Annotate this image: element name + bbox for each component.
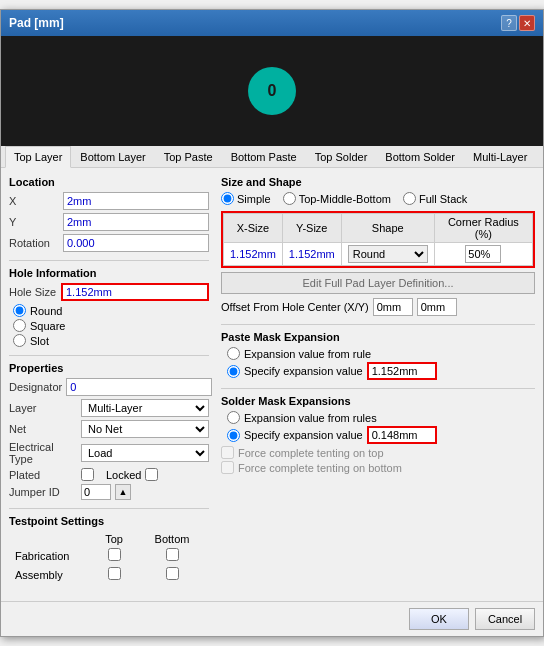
tenting-bottom-label: Force complete tenting on bottom [238,462,402,474]
tab-top-solder[interactable]: Top Solder [306,146,377,167]
simple-radio[interactable] [221,192,234,205]
y-row: Y [9,213,209,231]
jumper-row: Jumper ID ▲ [9,484,209,500]
paste-from-rule-row: Expansion value from rule [227,347,535,360]
tenting-top-row: Force complete tenting on top [221,446,535,459]
rotation-row: Rotation [9,234,209,252]
designator-input[interactable] [66,378,212,396]
square-radio[interactable] [13,319,26,332]
slot-label: Slot [30,335,49,347]
layer-dropdown[interactable]: Multi-Layer [81,399,209,417]
cancel-button[interactable]: Cancel [475,608,535,630]
corner-header: Corner Radius (%) [434,214,532,243]
tab-top-layer[interactable]: Top Layer [5,146,71,168]
main-content: Location X Y Rotation Hole Information [1,168,543,601]
electrical-dropdown[interactable]: Load [81,444,209,462]
layer-label: Layer [9,402,77,414]
assembly-row: Assembly [11,566,207,583]
ok-button[interactable]: OK [409,608,469,630]
location-title: Location [9,176,209,188]
electrical-label: Electrical Type [9,441,77,465]
top-middle-bottom-label: Top-Middle-Bottom [299,193,391,205]
xsize-value: 1.152mm [224,243,283,266]
paste-from-rule-radio[interactable] [227,347,240,360]
tab-bottom-layer[interactable]: Bottom Layer [71,146,154,167]
slot-radio[interactable] [13,334,26,347]
corner-input[interactable] [465,245,501,263]
size-shape-section: Size and Shape Simple Top-Middle-Bottom … [221,176,535,316]
simple-option: Simple [221,192,271,205]
shape-dropdown[interactable]: Round Rectangle Octagonal [348,245,428,263]
paste-specify-label: Specify expansion value [244,365,363,377]
y-label: Y [9,216,59,228]
corner-cell [434,243,532,266]
net-dropdown[interactable]: No Net [81,420,209,438]
fabrication-row: Fabrication [11,547,207,564]
x-label: X [9,195,59,207]
solder-specify-radio[interactable] [227,429,240,442]
tenting-bottom-row: Force complete tenting on bottom [221,461,535,474]
tab-bottom-paste[interactable]: Bottom Paste [222,146,306,167]
paste-expansion-group: Expansion value from rule Specify expans… [227,347,535,380]
top-middle-bottom-radio[interactable] [283,192,296,205]
help-button[interactable]: ? [501,15,517,31]
tab-multi-layer[interactable]: Multi-Layer [464,146,536,167]
jumper-input[interactable] [81,484,111,500]
rotation-input[interactable] [63,234,209,252]
paste-specify-input[interactable] [367,362,437,380]
assembly-bottom-check[interactable] [166,567,179,580]
square-label: Square [30,320,65,332]
solder-from-rules-label: Expansion value from rules [244,412,377,424]
solder-mask-title: Solder Mask Expansions [221,395,535,407]
right-panel: Size and Shape Simple Top-Middle-Bottom … [221,176,535,593]
round-label: Round [30,305,62,317]
location-section: Location X Y Rotation [9,176,209,252]
round-radio[interactable] [13,304,26,317]
ysize-value: 1.152mm [282,243,341,266]
tab-bottom-solder[interactable]: Bottom Solder [376,146,464,167]
left-panel: Location X Y Rotation Hole Information [9,176,209,593]
tenting-bottom-check[interactable] [221,461,234,474]
preview-area: 0 [1,36,543,146]
net-label: Net [9,423,77,435]
size-inner-table: X-Size Y-Size Shape Corner Radius (%) 1.… [223,213,533,266]
solder-from-rules-radio[interactable] [227,411,240,424]
offset-y-input[interactable] [417,298,457,316]
ysize-header: Y-Size [282,214,341,243]
full-stack-radio[interactable] [403,192,416,205]
hole-size-input[interactable] [61,283,209,301]
testpoint-empty-header [11,533,91,545]
simple-label: Simple [237,193,271,205]
xsize-header: X-Size [224,214,283,243]
title-bar: Pad [mm] ? ✕ [1,10,543,36]
tenting-top-check[interactable] [221,446,234,459]
jumper-spin-btn[interactable]: ▲ [115,484,131,500]
pad-preview: 0 [248,67,296,115]
edit-full-pad-button[interactable]: Edit Full Pad Layer Definition... [221,272,535,294]
designator-row: Designator [9,378,209,396]
fabrication-bottom-check[interactable] [166,548,179,561]
slot-radio-row: Slot [13,334,209,347]
solder-specify-input[interactable] [367,426,437,444]
plated-label: Plated [9,469,77,481]
assembly-label: Assembly [11,566,91,583]
testpoint-section: Testpoint Settings Top Bottom Fabricatio… [9,515,209,585]
assembly-top-check[interactable] [108,567,121,580]
fabrication-label: Fabrication [11,547,91,564]
footer: OK Cancel [1,601,543,636]
fabrication-top-check[interactable] [108,548,121,561]
shape-cell: Round Rectangle Octagonal [341,243,434,266]
testpoint-top-header: Top [93,533,135,545]
tab-top-paste[interactable]: Top Paste [155,146,222,167]
size-mode-radios: Simple Top-Middle-Bottom Full Stack [221,192,535,205]
y-input[interactable] [63,213,209,231]
x-input[interactable] [63,192,209,210]
close-button[interactable]: ✕ [519,15,535,31]
paste-specify-radio[interactable] [227,365,240,378]
offset-x-input[interactable] [373,298,413,316]
paste-specify-row: Specify expansion value [227,362,535,380]
tab-bar: Top Layer Bottom Layer Top Paste Bottom … [1,146,543,168]
plated-checkbox[interactable] [81,468,94,481]
locked-checkbox[interactable] [145,468,158,481]
solder-from-rules-row: Expansion value from rules [227,411,535,424]
